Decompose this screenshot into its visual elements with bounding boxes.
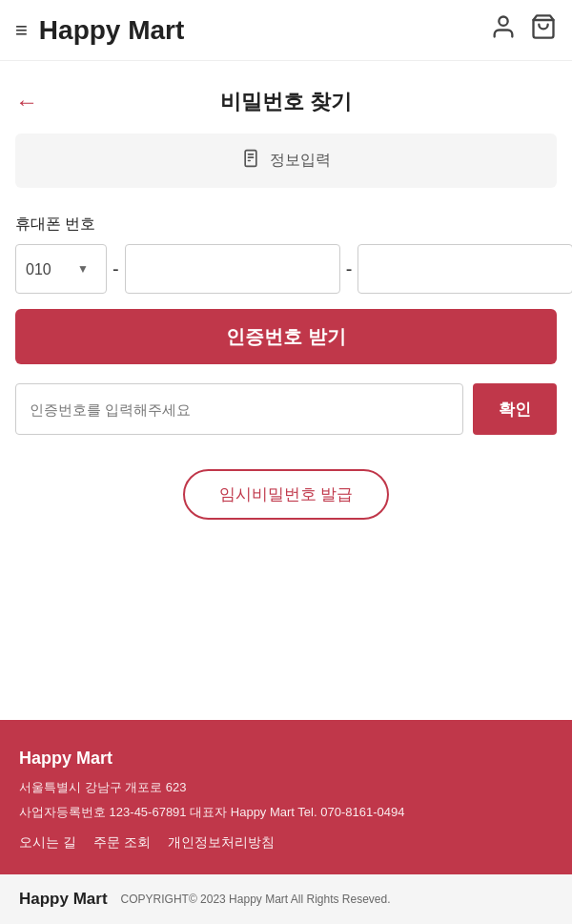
step-label: 정보입력	[270, 151, 331, 171]
phone-prefix-select[interactable]: 010 011 016 017 018 019	[26, 261, 72, 277]
temp-password-button[interactable]: 임시비밀번호 발급	[183, 469, 390, 520]
footer-brand: Happy Mart	[19, 749, 553, 769]
footer-copyright: COPYRIGHT© 2023 Happy Mart All Rights Re…	[121, 893, 391, 906]
footer-bottom-brand: Happy Mart	[19, 890, 108, 909]
footer-link-privacy[interactable]: 개인정보처리방침	[168, 834, 275, 852]
footer-address: 서울특별시 강남구 개포로 623	[19, 776, 553, 798]
footer-info: 서울특별시 강남구 개포로 623 사업자등록번호 123-45-67891 대…	[19, 776, 553, 823]
temp-password-section: 임시비밀번호 발급	[15, 469, 557, 520]
phone-middle-input[interactable]	[125, 244, 340, 294]
footer-biz-info: 사업자등록번호 123-45-67891 대표자 Happy Mart Tel.…	[19, 801, 553, 823]
get-code-button[interactable]: 인증번호 받기	[15, 309, 557, 364]
step-bar: 정보입력	[15, 133, 557, 188]
header: ≡ Happy Mart	[0, 0, 572, 61]
footer-link-orders[interactable]: 주문 조회	[93, 834, 151, 852]
app-title: Happy Mart	[39, 15, 184, 46]
phone-last-input[interactable]	[358, 244, 572, 294]
header-icons	[490, 13, 557, 47]
verify-code-input[interactable]	[15, 383, 463, 435]
svg-point-0	[499, 17, 507, 26]
phone-section-label: 휴대폰 번호	[15, 215, 557, 235]
cart-icon[interactable]	[530, 13, 557, 47]
user-icon[interactable]	[490, 13, 517, 47]
footer-link-directions[interactable]: 오시는 길	[19, 834, 76, 852]
dash-separator-2: -	[346, 258, 353, 280]
page-title: 비밀번호 찾기	[220, 88, 352, 116]
page-header: ← 비밀번호 찾기	[15, 61, 557, 133]
header-left: ≡ Happy Mart	[15, 15, 184, 46]
footer: Happy Mart 서울특별시 강남구 개포로 623 사업자등록번호 123…	[0, 720, 572, 874]
verify-row: 확인	[15, 383, 557, 435]
phone-prefix-select-wrapper[interactable]: 010 011 016 017 018 019 ▼	[15, 244, 107, 294]
select-arrow-icon: ▼	[77, 262, 89, 276]
phone-row: 010 011 016 017 018 019 ▼ - -	[15, 244, 557, 294]
footer-bottom: Happy Mart COPYRIGHT© 2023 Happy Mart Al…	[0, 874, 572, 924]
main-content: ← 비밀번호 찾기 정보입력 휴대폰 번호 010 011 016 017 01…	[0, 61, 572, 720]
footer-links: 오시는 길 주문 조회 개인정보처리방침	[19, 834, 553, 852]
step-icon	[241, 149, 260, 173]
confirm-button[interactable]: 확인	[473, 383, 557, 435]
back-button[interactable]: ←	[15, 91, 38, 113]
dash-separator: -	[112, 258, 119, 280]
hamburger-icon[interactable]: ≡	[15, 18, 28, 43]
